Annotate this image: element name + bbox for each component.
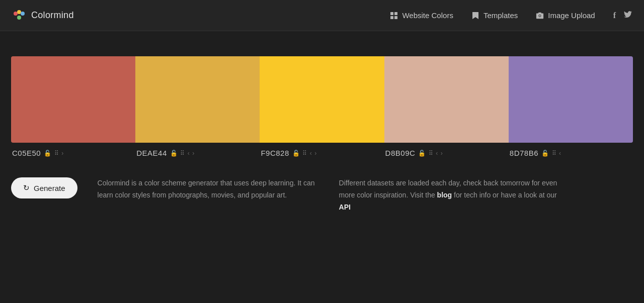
label-actions-4: 🔓 ⠿ ‹ ›: [418, 150, 443, 157]
brand-logo-icon: [12, 9, 26, 23]
svg-point-2: [21, 12, 25, 16]
refresh-icon: ↻: [23, 183, 30, 192]
main-content: C05E50 🔓 ⠿ › DEAE44 🔓 ⠿ ‹ › F9C828 🔓 ⠿: [0, 31, 644, 233]
camera-icon: [536, 12, 544, 20]
svg-rect-6: [390, 16, 393, 19]
description-left: Colormind is a color scheme generator th…: [98, 177, 319, 201]
color-label-2: DEAE44 🔓 ⠿ ‹ ›: [135, 143, 260, 163]
adjust-icon-3[interactable]: ⠿: [302, 150, 307, 157]
desc-right-middle: for tech info or have a look at our: [452, 191, 557, 199]
arrow-right-2[interactable]: ›: [192, 150, 195, 157]
svg-rect-5: [394, 12, 397, 15]
lock-icon-1[interactable]: 🔓: [44, 150, 52, 157]
nav-website-colors[interactable]: Website Colors: [390, 11, 453, 20]
lock-icon-5[interactable]: 🔓: [541, 150, 549, 157]
arrow-right-3[interactable]: ›: [314, 150, 317, 157]
hex-value-2: DEAE44: [136, 149, 167, 157]
api-link[interactable]: API: [339, 203, 351, 211]
arrow-left-4[interactable]: ‹: [436, 150, 438, 157]
label-actions-1: 🔓 ⠿ ›: [44, 150, 64, 157]
color-palette: [11, 56, 633, 143]
color-label-3: F9C828 🔓 ⠿ ‹ ›: [260, 143, 384, 163]
swatch-5: [509, 56, 633, 143]
hex-value-3: F9C828: [261, 149, 289, 157]
nav-social: f: [613, 11, 632, 20]
label-actions-5: 🔓 ⠿ ‹: [541, 150, 561, 157]
nav-image-upload[interactable]: Image Upload: [536, 11, 595, 20]
lock-icon-2[interactable]: 🔓: [170, 150, 178, 157]
website-colors-label: Website Colors: [402, 11, 453, 20]
generate-label: Generate: [34, 184, 65, 192]
arrow-right-1[interactable]: ›: [61, 150, 64, 157]
templates-label: Templates: [484, 11, 518, 20]
facebook-icon[interactable]: f: [613, 11, 616, 20]
svg-rect-4: [390, 12, 393, 15]
color-label-5: 8D78B6 🔓 ⠿ ‹: [509, 143, 633, 163]
grid-icon: [390, 12, 398, 20]
swatch-1: [11, 56, 135, 143]
label-actions-3: 🔓 ⠿ ‹ ›: [292, 150, 317, 157]
svg-point-0: [14, 12, 18, 16]
generate-button[interactable]: ↻ Generate: [11, 177, 77, 198]
hex-value-5: 8D78B6: [510, 149, 538, 157]
arrow-right-4[interactable]: ›: [441, 150, 443, 157]
swatch-3: [260, 56, 384, 143]
svg-point-3: [17, 16, 21, 20]
brand[interactable]: Colormind: [12, 9, 74, 23]
adjust-icon-1[interactable]: ⠿: [54, 150, 59, 157]
description-right: Different datasets are loaded each day, …: [339, 177, 560, 213]
palette-labels: C05E50 🔓 ⠿ › DEAE44 🔓 ⠿ ‹ › F9C828 🔓 ⠿: [11, 143, 633, 163]
brand-name: Colormind: [31, 10, 74, 21]
label-actions-2: 🔓 ⠿ ‹ ›: [170, 150, 195, 157]
arrow-left-5[interactable]: ‹: [559, 150, 561, 157]
bottom-section: ↻ Generate Colormind is a color scheme g…: [11, 177, 633, 213]
image-upload-label: Image Upload: [548, 11, 595, 20]
swatch-2: [135, 56, 260, 143]
navbar: Colormind Website Colors Templates: [0, 0, 644, 31]
adjust-icon-2[interactable]: ⠿: [180, 150, 185, 157]
svg-point-9: [539, 15, 541, 16]
adjust-icon-5[interactable]: ⠿: [552, 150, 557, 157]
arrow-left-2[interactable]: ‹: [188, 150, 190, 157]
blog-link[interactable]: blog: [437, 191, 452, 199]
nav-templates[interactable]: Templates: [471, 11, 518, 20]
hex-value-1: C05E50: [12, 149, 41, 157]
hex-value-4: D8B09C: [385, 149, 416, 157]
nav-links: Website Colors Templates Image Upload: [390, 11, 595, 20]
adjust-icon-4[interactable]: ⠿: [429, 150, 434, 157]
lock-icon-4[interactable]: 🔓: [418, 150, 426, 157]
svg-rect-7: [394, 16, 397, 19]
swatch-4: [384, 56, 509, 143]
color-label-1: C05E50 🔓 ⠿ ›: [11, 143, 135, 163]
svg-point-1: [17, 10, 21, 14]
arrow-left-3[interactable]: ‹: [310, 150, 312, 157]
color-label-4: D8B09C 🔓 ⠿ ‹ ›: [384, 143, 509, 163]
lock-icon-3[interactable]: 🔓: [292, 150, 300, 157]
bookmark-icon: [471, 12, 479, 20]
twitter-icon[interactable]: [624, 11, 632, 20]
